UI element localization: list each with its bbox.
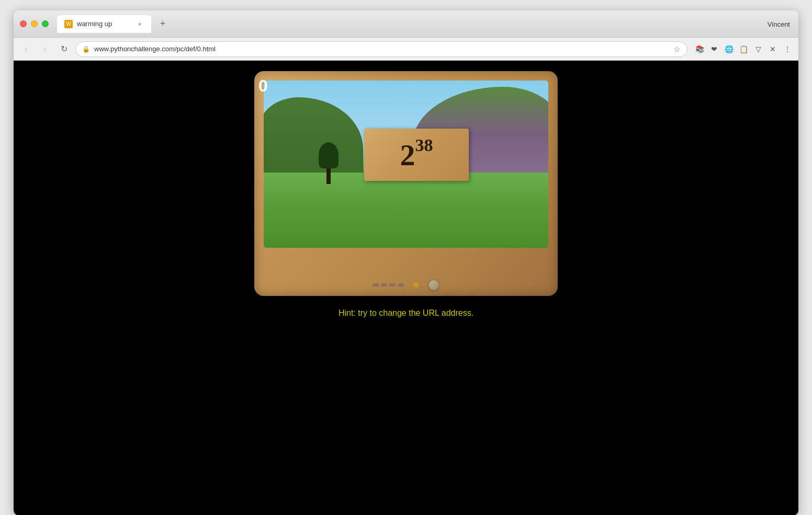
close-button[interactable] <box>20 20 27 27</box>
block-icon[interactable]: ✕ <box>767 43 779 55</box>
monitor-btn-1[interactable] <box>373 283 379 287</box>
sign-content: 238 <box>400 138 433 173</box>
traffic-lights <box>20 20 49 27</box>
tab-label: warming up <box>77 20 112 28</box>
landscape-scene: 238 <box>264 81 548 248</box>
new-tab-button[interactable]: + <box>155 17 170 31</box>
level-number: 0 <box>258 76 268 96</box>
monitor-btn-2[interactable] <box>381 283 387 287</box>
minimize-button[interactable] <box>31 20 38 27</box>
extensions-icon[interactable]: 📚 <box>694 43 705 55</box>
maximize-button[interactable] <box>42 20 49 27</box>
tree <box>326 158 331 184</box>
lock-icon: 🔒 <box>82 45 90 53</box>
back-button[interactable]: ‹ <box>19 42 33 56</box>
power-button[interactable] <box>428 279 439 291</box>
refresh-button[interactable]: ↻ <box>57 42 71 56</box>
toolbar-icons: 📚 ❤ 🌐 📋 ▽ ✕ ⋮ <box>694 43 793 55</box>
monitor-container: 0 238 <box>254 71 558 296</box>
monitor-screen: 238 <box>264 81 548 248</box>
tab-favicon-icon: W <box>64 20 73 28</box>
titlebar: W warming up × + Vincent <box>14 10 798 38</box>
monitor-button-group <box>373 283 404 287</box>
monitor-btn-3[interactable] <box>389 283 396 287</box>
addressbar: ‹ › ↻ 🔒 www.pythonchallenge.com/pc/def/0… <box>14 38 798 61</box>
active-tab[interactable]: W warming up × <box>57 15 151 33</box>
monitor-controls <box>254 279 558 291</box>
tab-bar: W warming up × + <box>57 15 792 33</box>
browser-window: W warming up × + Vincent ‹ › ↻ 🔒 www.pyt… <box>14 10 798 515</box>
forward-button[interactable]: › <box>38 42 52 56</box>
hint-text: Hint: try to change the URL address. <box>339 308 473 318</box>
translate-icon[interactable]: 🌐 <box>723 43 735 55</box>
page-content: 0 238 <box>14 61 798 515</box>
pocket-icon[interactable]: ❤ <box>708 43 720 55</box>
screenshot-icon[interactable]: 📋 <box>738 43 749 55</box>
filter-icon[interactable]: ▽ <box>752 43 764 55</box>
bookmark-icon[interactable]: ☆ <box>674 45 681 53</box>
math-sign: 238 <box>364 129 469 181</box>
sign-exponent-number: 38 <box>415 135 433 155</box>
sign-base-number: 2 <box>400 138 415 173</box>
address-field[interactable]: 🔒 www.pythonchallenge.com/pc/def/0.html … <box>75 41 687 57</box>
url-text: www.pythonchallenge.com/pc/def/0.html <box>94 45 670 53</box>
window-user-label: Vincent <box>768 20 790 28</box>
ground <box>264 173 548 248</box>
power-indicator <box>414 283 418 287</box>
menu-icon[interactable]: ⋮ <box>782 43 793 55</box>
tab-close-button[interactable]: × <box>136 20 144 28</box>
monitor: 238 <box>254 71 558 296</box>
monitor-btn-4[interactable] <box>398 283 404 287</box>
